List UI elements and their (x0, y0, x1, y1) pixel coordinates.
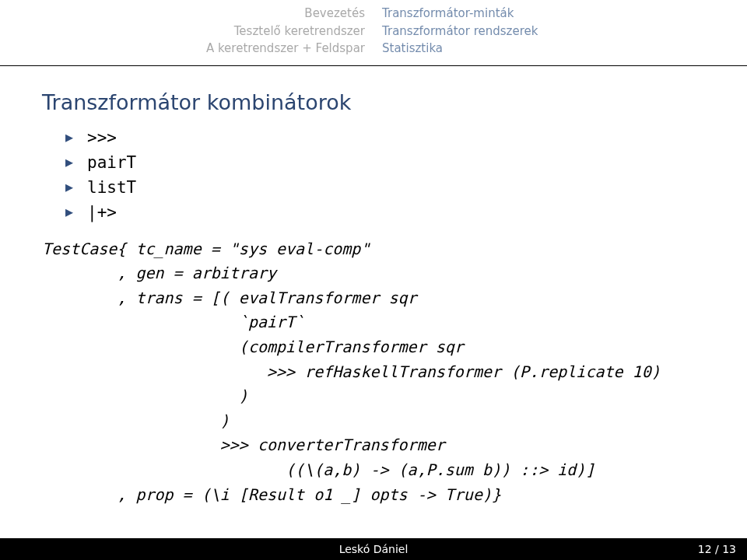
footer-author: Leskó Dániel (0, 538, 747, 560)
bullet-text: listT (87, 178, 136, 197)
nav-item-systems[interactable]: Transzformátor rendszerek (382, 23, 706, 40)
bullet-list: >>> pairT listT |+> (42, 125, 705, 225)
list-item: pairT (65, 150, 705, 175)
slide-title: Transzformátor kombinátorok (42, 90, 705, 114)
code-block: TestCase{ tc_name = "sys eval-comp" , ge… (42, 237, 705, 508)
nav-item-statistics[interactable]: Statisztika (382, 40, 706, 58)
list-item: |+> (65, 200, 705, 225)
slide: Bevezetés Tesztelő keretrendszer A keret… (0, 0, 747, 560)
slide-footer: Leskó Dániel 12 / 13 (0, 538, 747, 560)
nav-item-patterns[interactable]: Transzformátor-minták (382, 5, 706, 23)
bullet-text: |+> (87, 203, 117, 222)
bullet-text: >>> (87, 128, 117, 147)
nav-item-intro[interactable]: Bevezetés (41, 5, 365, 23)
list-item: listT (65, 175, 705, 200)
list-item: >>> (65, 125, 705, 150)
footer-page-number: 12 / 13 (698, 538, 736, 560)
nav-item-framework[interactable]: Tesztelő keretrendszer (41, 23, 365, 40)
header-right-column: Transzformátor-minták Transzformátor ren… (382, 5, 706, 58)
header-rule (0, 65, 747, 66)
bullet-text: pairT (87, 153, 136, 172)
header-left-column: Bevezetés Tesztelő keretrendszer A keret… (41, 5, 365, 58)
slide-body: Transzformátor kombinátorok >>> pairT li… (0, 73, 747, 507)
header-columns: Bevezetés Tesztelő keretrendszer A keret… (0, 5, 747, 58)
nav-item-feldspar[interactable]: A keretrendszer + Feldspar (41, 40, 365, 58)
slide-header: Bevezetés Tesztelő keretrendszer A keret… (0, 0, 747, 73)
